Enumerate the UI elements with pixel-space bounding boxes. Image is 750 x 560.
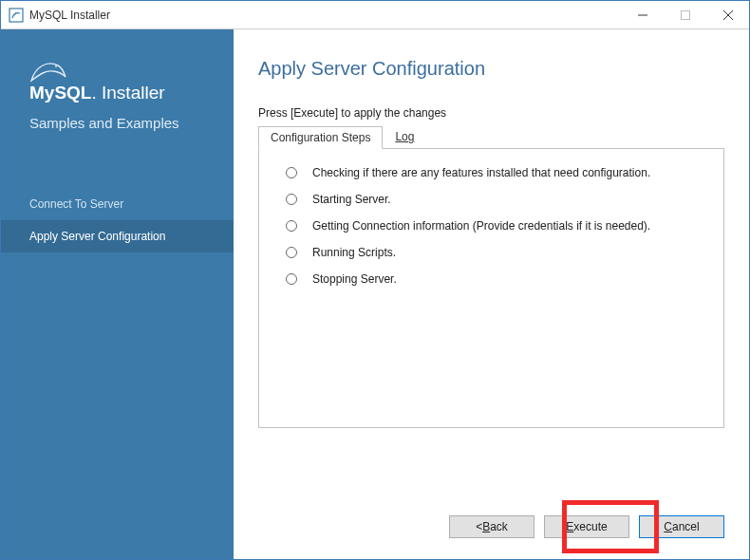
step-list: Checking if there are any features insta… (286, 166, 697, 286)
sidebar-brand: MySQL. Installer (29, 83, 211, 103)
dolphin-icon (29, 58, 67, 83)
execute-button[interactable]: Execute (544, 515, 629, 538)
main-panel: Apply Server Configuration Press [Execut… (234, 29, 749, 559)
svg-rect-0 (9, 9, 23, 22)
window-body: MySQL. Installer Samples and Examples Co… (1, 29, 749, 559)
minimize-button[interactable] (621, 1, 664, 28)
step-item: Running Scripts. (286, 246, 697, 259)
app-icon (9, 8, 24, 23)
sidebar-nav: Connect To Server Apply Server Configura… (1, 188, 234, 252)
close-button[interactable] (706, 1, 749, 28)
step-status-icon (286, 247, 297, 258)
tab-panel: Checking if there are any features insta… (258, 148, 724, 428)
window-controls (621, 1, 749, 28)
svg-rect-2 (681, 10, 689, 19)
step-label: Checking if there are any features insta… (312, 166, 650, 179)
sidebar-item-connect[interactable]: Connect To Server (1, 188, 234, 220)
sidebar-logo: MySQL. Installer (1, 41, 234, 113)
page-title: Apply Server Configuration (258, 58, 724, 80)
maximize-button (664, 1, 706, 28)
step-item: Stopping Server. (286, 272, 697, 286)
tabs: Configuration Steps Log (258, 125, 724, 148)
sidebar-item-apply-config[interactable]: Apply Server Configuration (1, 220, 234, 252)
instruction-text: Press [Execute] to apply the changes (258, 106, 724, 120)
sidebar: MySQL. Installer Samples and Examples Co… (1, 29, 234, 559)
step-label: Stopping Server. (312, 272, 397, 286)
installer-window: MySQL Installer MySQL. Installer (0, 0, 750, 560)
step-status-icon (286, 194, 297, 205)
cancel-button[interactable]: Cancel (639, 515, 724, 538)
step-label: Starting Server. (312, 193, 391, 206)
step-item: Checking if there are any features insta… (286, 166, 697, 179)
tab-log[interactable]: Log (383, 125, 426, 148)
back-button[interactable]: < Back (449, 515, 534, 538)
svg-point-5 (55, 65, 57, 67)
button-row: < Back Execute Cancel (449, 515, 724, 538)
step-label: Getting Connection information (Provide … (312, 219, 650, 233)
step-status-icon (286, 273, 297, 285)
step-status-icon (286, 220, 297, 232)
sidebar-subtitle: Samples and Examples (1, 113, 234, 159)
step-status-icon (286, 167, 297, 178)
step-item: Starting Server. (286, 193, 697, 206)
window-title: MySQL Installer (29, 9, 621, 22)
titlebar: MySQL Installer (1, 1, 749, 29)
step-label: Running Scripts. (312, 246, 396, 259)
tab-configuration-steps[interactable]: Configuration Steps (258, 126, 383, 149)
step-item: Getting Connection information (Provide … (286, 219, 697, 233)
